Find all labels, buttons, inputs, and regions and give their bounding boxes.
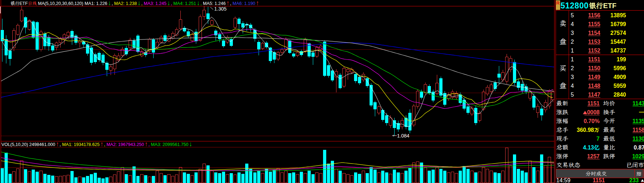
svg-text:1029: 1029 — [632, 153, 644, 159]
svg-text:0.87: 0.87 — [634, 145, 644, 151]
svg-text:总手: 总手 — [556, 126, 568, 134]
svg-text:现手: 现手 — [556, 134, 568, 142]
svg-text:14737: 14737 — [611, 48, 626, 54]
svg-text:跌停: 跌停 — [603, 152, 615, 160]
svg-text:16799: 16799 — [611, 21, 626, 27]
svg-text:1: 1 — [571, 48, 574, 54]
svg-text:1151: 1151 — [588, 56, 600, 62]
svg-text:1: 1 — [571, 56, 574, 62]
svg-text:1147: 1147 — [588, 92, 600, 98]
svg-text:1155: 1155 — [588, 21, 600, 27]
svg-text:3: 3 — [571, 30, 574, 36]
svg-text:R: R — [556, 0, 560, 6]
svg-text:1156: 1156 — [588, 12, 600, 18]
svg-text:2840: 2840 — [613, 92, 626, 98]
svg-text:3: 3 — [571, 74, 574, 80]
svg-text:买: 买 — [559, 63, 566, 73]
svg-text:最高: 最高 — [603, 126, 615, 134]
svg-text:2: 2 — [571, 65, 574, 71]
svg-text:银行ETF: 银行ETF — [589, 1, 617, 10]
svg-text:已闭市: 已闭市 — [626, 161, 644, 169]
svg-text:总额: 总额 — [556, 143, 568, 151]
svg-text:1151: 1151 — [593, 177, 605, 183]
svg-text:5: 5 — [571, 12, 574, 18]
svg-text:1149: 1149 — [588, 74, 600, 80]
svg-text:5: 5 — [571, 92, 574, 98]
svg-text:最低: 最低 — [603, 134, 615, 142]
svg-text:量比: 量比 — [603, 143, 615, 151]
svg-text:4909: 4909 — [613, 74, 626, 80]
svg-text:—: — — [639, 108, 644, 116]
svg-text:13895: 13895 — [611, 12, 626, 18]
svg-text:1150: 1150 — [588, 65, 600, 71]
svg-text:4: 4 — [571, 21, 574, 27]
svg-text:1158: 1158 — [632, 127, 644, 133]
svg-text:4.13亿: 4.13亿 — [583, 144, 600, 151]
svg-text:512800: 512800 — [561, 1, 589, 10]
svg-text:盘: 盘 — [559, 37, 566, 46]
svg-text:1135: 1135 — [632, 118, 644, 124]
svg-text:360.98万: 360.98万 — [577, 126, 600, 134]
svg-text:盘: 盘 — [559, 81, 566, 90]
svg-text:14:59: 14:59 — [556, 177, 570, 183]
svg-text:1257: 1257 — [587, 153, 600, 159]
svg-text:银行ETF日线 MA(5,10,20,30,60,120): 银行ETF日线 MA(5,10,20,30,60,120) MA1: 1.226… — [11, 0, 260, 6]
svg-text:15447: 15447 — [611, 39, 626, 45]
svg-text:1154: 1154 — [588, 30, 600, 36]
svg-text:27574: 27574 — [611, 30, 626, 36]
svg-text:换手: 换手 — [603, 108, 615, 116]
svg-text:4: 4 — [571, 83, 574, 89]
svg-text:涨跌: 涨跌 — [556, 108, 568, 116]
svg-text:7: 7 — [596, 136, 600, 142]
svg-text:最新: 最新 — [556, 99, 568, 107]
svg-text:1152: 1152 — [588, 48, 600, 54]
svg-text:1.305: 1.305 — [214, 6, 227, 12]
svg-text:1130: 1130 — [632, 136, 644, 142]
svg-text:5996: 5996 — [613, 65, 626, 71]
svg-text:0.70%: 0.70% — [584, 118, 600, 124]
svg-text:今开: 今开 — [603, 117, 615, 125]
svg-text:1153: 1153 — [588, 39, 600, 45]
svg-text:均价: 均价 — [603, 99, 615, 107]
svg-text:分时成交: 分时成交 — [586, 170, 607, 177]
svg-text:涨停: 涨停 — [556, 152, 568, 160]
svg-text:VOL(5,10,20) 2498461.000↑, MA1: VOL(5,10,20) 2498461.000↑, MA1: 1934178.… — [1, 141, 193, 147]
svg-text:卖: 卖 — [559, 18, 566, 28]
svg-text:5959: 5959 — [613, 83, 626, 89]
svg-text:1151: 1151 — [587, 100, 600, 106]
svg-text:←1.084: ←1.084 — [392, 133, 409, 139]
svg-text:交易状态: 交易状态 — [556, 161, 580, 169]
svg-text:细: 细 — [636, 170, 641, 177]
svg-text:1143: 1143 — [632, 100, 644, 106]
svg-text:2: 2 — [571, 39, 574, 45]
svg-text:1148: 1148 — [588, 83, 600, 89]
svg-text:涨幅: 涨幅 — [556, 117, 568, 125]
svg-text:199: 199 — [617, 56, 626, 62]
svg-text:233: 233 — [629, 177, 639, 183]
